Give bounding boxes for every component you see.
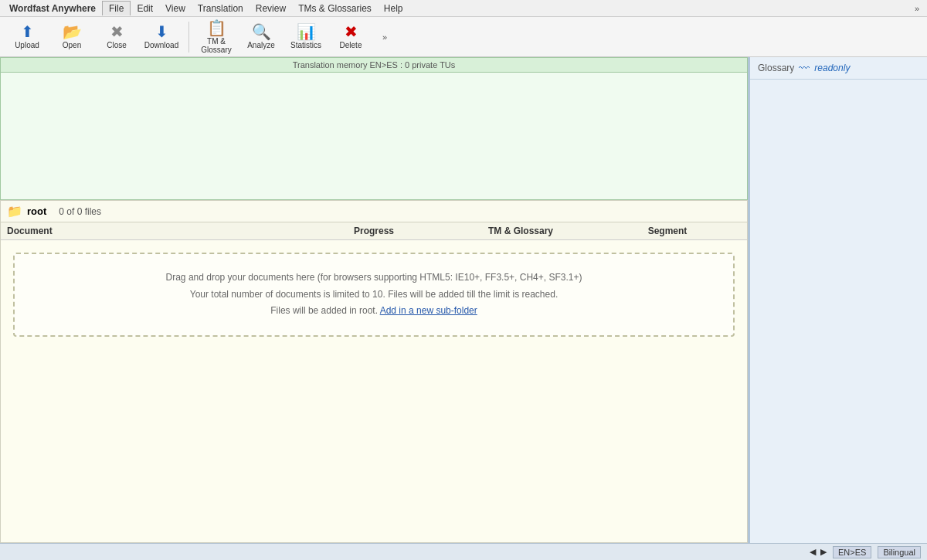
toolbar: Upload Open Close Download TM & Glossary… xyxy=(0,17,927,57)
tm-content xyxy=(1,73,747,199)
menu-tms-glossaries[interactable]: TMs & Glossaries xyxy=(292,2,378,15)
folder-name: root xyxy=(27,205,46,217)
tm-glossary-label: TM & Glossary xyxy=(198,37,235,54)
drop-line1: Drag and drop your documents here (for b… xyxy=(30,270,718,287)
col-segment-header: Segment xyxy=(594,226,741,236)
upload-icon xyxy=(21,24,34,39)
left-panel: Translation memory EN>ES : 0 private TUs… xyxy=(0,57,749,543)
open-button[interactable]: Open xyxy=(51,20,93,54)
download-button[interactable]: Download xyxy=(141,20,182,54)
status-icons: ◀ ▶ xyxy=(810,547,827,557)
wave-icon: 〰 xyxy=(799,62,810,74)
menu-translation[interactable]: Translation xyxy=(192,2,250,15)
menu-bar: Wordfast Anywhere File Edit View Transla… xyxy=(0,0,927,17)
download-label: Download xyxy=(144,41,178,49)
folder-icon: 📁 xyxy=(7,204,22,219)
nav-right-button[interactable]: ▶ xyxy=(820,547,827,557)
nav-left-button[interactable]: ◀ xyxy=(810,547,816,557)
tm-header: Translation memory EN>ES : 0 private TUs xyxy=(1,58,747,73)
statistics-button[interactable]: Statistics xyxy=(285,20,327,54)
menu-edit[interactable]: Edit xyxy=(131,2,159,15)
delete-label: Delete xyxy=(340,41,362,49)
menu-file[interactable]: File xyxy=(102,1,131,15)
drop-line2: Your total number of documents is limite… xyxy=(30,287,718,304)
close-button[interactable]: Close xyxy=(96,20,138,54)
download-icon xyxy=(155,24,168,39)
lang-indicator: EN>ES xyxy=(833,546,871,558)
stats-icon xyxy=(297,24,316,39)
menu-view[interactable]: View xyxy=(159,2,192,15)
analyze-icon xyxy=(252,24,271,39)
bilingual-button[interactable]: Bilingual xyxy=(878,546,921,558)
app-brand: Wordfast Anywhere xyxy=(3,2,102,15)
tm-area: Translation memory EN>ES : 0 private TUs xyxy=(0,57,748,200)
upload-label: Upload xyxy=(15,41,39,49)
tm-glossary-button[interactable]: TM & Glossary xyxy=(195,20,237,54)
tm-icon xyxy=(207,20,226,36)
readonly-badge: readonly xyxy=(814,63,850,73)
open-icon xyxy=(63,24,82,39)
main-layout: Translation memory EN>ES : 0 private TUs… xyxy=(0,57,927,543)
delete-icon xyxy=(345,24,358,39)
docs-columns: Document Progress TM & Glossary Segment xyxy=(1,222,747,240)
right-panel: Glossary 〰 readonly xyxy=(749,57,927,543)
menu-help[interactable]: Help xyxy=(378,2,409,15)
upload-button[interactable]: Upload xyxy=(6,20,48,54)
delete-button[interactable]: Delete xyxy=(330,20,372,54)
drop-zone[interactable]: Drag and drop your documents here (for b… xyxy=(13,253,735,337)
col-progress-header: Progress xyxy=(301,226,447,236)
open-label: Open xyxy=(63,41,81,49)
menu-review[interactable]: Review xyxy=(250,2,292,15)
docs-area: 📁 root 0 of 0 files Document Progress TM… xyxy=(0,200,748,543)
analyze-label: Analyze xyxy=(247,41,275,49)
glossary-label: Glossary xyxy=(758,63,794,73)
drop-line3-prefix: Files will be added in root. xyxy=(270,305,378,316)
close-label: Close xyxy=(107,41,127,49)
toolbar-more-chevron[interactable]: » xyxy=(378,31,392,43)
col-tm-header: TM & Glossary xyxy=(447,226,594,236)
toolbar-separator xyxy=(188,22,189,53)
docs-header-row: 📁 root 0 of 0 files xyxy=(1,201,747,222)
statistics-label: Statistics xyxy=(290,41,321,49)
add-subfolder-link[interactable]: Add in a new sub-folder xyxy=(380,305,477,316)
analyze-button[interactable]: Analyze xyxy=(240,20,282,54)
file-count: 0 of 0 files xyxy=(59,206,101,217)
status-bar: ◀ ▶ EN>ES Bilingual xyxy=(0,543,927,560)
drop-line3: Files will be added in root. Add in a ne… xyxy=(30,303,718,320)
close-icon xyxy=(110,24,124,39)
col-document-header: Document xyxy=(7,226,301,236)
glossary-header: Glossary 〰 readonly xyxy=(750,57,927,80)
menu-more-chevron[interactable]: » xyxy=(910,2,924,15)
